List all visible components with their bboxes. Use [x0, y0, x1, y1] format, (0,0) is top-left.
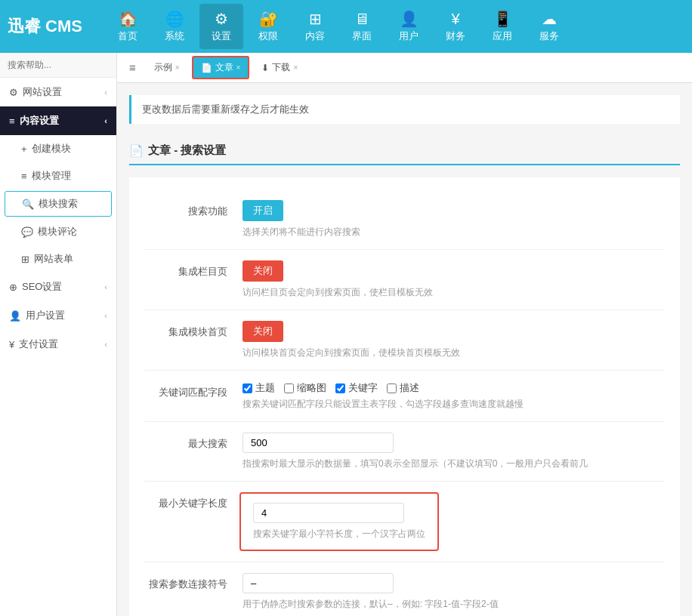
toggle-row-integrate-columns: 关闭: [243, 260, 665, 282]
nav-item-content[interactable]: ⊞内容: [293, 4, 337, 49]
form-row-min-keyword-length: 最小关键字长度 搜索关键字最小字符长度，一个汉字占两位: [144, 482, 665, 562]
tab-close-example[interactable]: ×: [175, 63, 180, 72]
nav-item-users[interactable]: 👤用户: [387, 4, 431, 49]
sidebar-label-module-search: 模块搜索: [39, 197, 78, 211]
nav-label-system: 系统: [165, 29, 184, 43]
checkbox-item-0[interactable]: 主题: [243, 381, 275, 395]
checkbox-3[interactable]: [387, 383, 397, 393]
sidebar-label-seo-settings: SEO设置: [22, 280, 62, 294]
sidebar-item-module-comment[interactable]: 💬模块评论: [0, 218, 116, 245]
form-control-search-function: 开启 选择关闭将不能进行内容搜索: [243, 200, 665, 239]
sidebar-item-website-settings[interactable]: ⚙网站设置‹: [0, 78, 116, 106]
form-label-integrate-columns: 集成栏目页: [144, 260, 227, 279]
checkbox-label-2: 关键字: [348, 381, 378, 395]
sidebar-item-content-settings[interactable]: ≡内容设置‹: [0, 106, 116, 135]
system-icon: 🌐: [165, 10, 184, 28]
nav-label-content: 内容: [305, 29, 325, 43]
checkbox-label-3: 描述: [400, 381, 419, 395]
hint-min-keyword-length: 搜索关键字最小字符长度，一个汉字占两位: [253, 528, 425, 541]
services-icon: ☁: [542, 10, 557, 28]
form-row-keyword-fields: 关键词匹配字段 主题 缩略图 关键字 描述 搜索关键词匹配字段只能设置主表字段，…: [144, 371, 665, 422]
breadcrumb-bar: ≡ 示例×📄文章×⬇下载×: [117, 53, 692, 83]
checkbox-item-2[interactable]: 关键字: [335, 381, 378, 395]
nav-label-home: 首页: [118, 29, 137, 43]
input-row-min-keyword-length: [253, 503, 425, 523]
sidebar-item-user-settings[interactable]: 👤用户设置‹: [0, 301, 116, 330]
form-label-search-param-connector: 搜索参数连接符号: [144, 573, 227, 591]
nav-label-users: 用户: [399, 29, 419, 43]
hint-integrate-module: 访问模块首页会定向到搜索页面，使模块首页模板无效: [243, 346, 665, 359]
section-title-text: 文章 - 搜索设置: [148, 143, 226, 158]
nav-label-permissions: 权限: [258, 29, 278, 43]
arrow-icon: ‹: [104, 282, 107, 291]
search-input[interactable]: [8, 60, 117, 70]
create-module-icon: +: [21, 143, 27, 155]
input-max-search[interactable]: [243, 433, 394, 453]
arrow-icon: ‹: [104, 116, 107, 125]
article-tab-icon: 📄: [201, 63, 212, 73]
section-icon: 📄: [129, 144, 144, 158]
notice-text: 更改数据后需要重新缓存之后才能生效: [142, 103, 309, 115]
notice-bar: 更改数据后需要重新缓存之后才能生效: [129, 95, 680, 124]
sidebar-label-module-manage: 模块管理: [32, 169, 71, 183]
nav-item-permissions[interactable]: 🔐权限: [246, 4, 290, 49]
main-content: ≡ 示例×📄文章×⬇下载× 更改数据后需要重新缓存之后才能生效 📄 文章 - 搜…: [117, 53, 692, 616]
sidebar-item-seo-settings[interactable]: ⊕SEO设置‹: [0, 273, 116, 301]
input-row-max-search: [243, 433, 665, 453]
module-search-icon: 🔍: [22, 199, 34, 210]
nav-label-interface: 界面: [352, 29, 372, 43]
sidebar-item-site-form[interactable]: ⊞网站表单: [0, 245, 116, 273]
top-navigation: 迅睿 CMS 🏠首页🌐系统⚙设置🔐权限⊞内容🖥界面👤用户¥财务📱应用☁服务: [0, 0, 692, 53]
checkbox-1[interactable]: [284, 383, 294, 393]
sidebar-label-module-comment: 模块评论: [38, 225, 77, 239]
checkbox-item-3[interactable]: 描述: [387, 381, 419, 395]
nav-item-finance[interactable]: ¥财务: [434, 5, 477, 49]
form-row-search-param-connector: 搜索参数连接符号 用于伪静态时搜索参数的连接，默认–，例如: 字段1-值-字段2…: [144, 562, 665, 616]
logo: 迅睿 CMS: [8, 15, 106, 38]
section-title: 📄 文章 - 搜索设置: [129, 136, 680, 165]
form-row-search-function: 搜索功能 开启 选择关闭将不能进行内容搜索: [144, 189, 665, 250]
sidebar-label-content-settings: 内容设置: [20, 114, 59, 128]
arrow-icon: ‹: [104, 311, 107, 320]
checkbox-item-1[interactable]: 缩略图: [284, 381, 326, 395]
checkbox-0[interactable]: [243, 383, 252, 393]
form-control-keyword-fields: 主题 缩略图 关键字 描述 搜索关键词匹配字段只能设置主表字段，勾选字段越多查询…: [243, 381, 665, 411]
nav-item-system[interactable]: 🌐系统: [153, 4, 196, 49]
settings-form: 搜索功能 开启 选择关闭将不能进行内容搜索集成栏目页 关闭 访问栏目页会定向到搜…: [129, 177, 680, 616]
nav-item-apps[interactable]: 📱应用: [480, 4, 524, 49]
input-min-keyword-length[interactable]: [253, 503, 404, 523]
seo-settings-icon: ⊕: [9, 282, 17, 293]
nav-item-settings[interactable]: ⚙设置: [199, 4, 243, 49]
checkbox-group: 主题 缩略图 关键字 描述: [243, 381, 665, 395]
content-icon: ⊞: [309, 10, 322, 28]
tab-close-article[interactable]: ×: [236, 63, 241, 72]
form-control-min-keyword-length: 搜索关键字最小字符长度，一个汉字占两位: [253, 503, 425, 541]
tab-example[interactable]: 示例×: [147, 57, 187, 78]
users-icon: 👤: [400, 10, 419, 28]
checkbox-2[interactable]: [335, 383, 345, 393]
website-settings-icon: ⚙: [9, 87, 18, 98]
tab-download[interactable]: ⬇下载×: [254, 57, 305, 78]
toggle-row-integrate-module: 关闭: [243, 321, 665, 342]
nav-item-home[interactable]: 🏠首页: [106, 4, 150, 49]
input-search-param-connector[interactable]: [243, 573, 394, 593]
menu-icon[interactable]: ≡: [129, 61, 136, 74]
sidebar-item-payment-settings[interactable]: ¥支付设置‹: [0, 330, 116, 359]
nav-label-settings: 设置: [212, 29, 231, 43]
sidebar-search-bar[interactable]: 🔍: [0, 53, 116, 78]
toggle-row-search-function: 开启: [243, 200, 665, 221]
sidebar-item-create-module[interactable]: +创建模块: [0, 135, 116, 162]
tab-article[interactable]: 📄文章×: [192, 56, 250, 79]
sidebar-label-website-settings: 网站设置: [23, 85, 62, 99]
tab-close-download[interactable]: ×: [293, 63, 298, 72]
toggle-btn-integrate-module[interactable]: 关闭: [243, 321, 283, 342]
sidebar-label-site-form: 网站表单: [34, 252, 73, 266]
nav-item-services[interactable]: ☁服务: [527, 4, 571, 49]
sidebar-item-module-search[interactable]: 🔍模块搜索: [5, 191, 112, 217]
sidebar-menu: ⚙网站设置‹≡内容设置‹+创建模块≡模块管理🔍模块搜索💬模块评论⊞网站表单⊕SE…: [0, 78, 116, 359]
sidebar-item-module-manage[interactable]: ≡模块管理: [0, 162, 116, 189]
toggle-btn-search-function[interactable]: 开启: [243, 200, 283, 221]
nav-item-interface[interactable]: 🖥界面: [340, 5, 384, 49]
toggle-btn-integrate-columns[interactable]: 关闭: [243, 260, 283, 282]
apps-icon: 📱: [493, 10, 512, 28]
